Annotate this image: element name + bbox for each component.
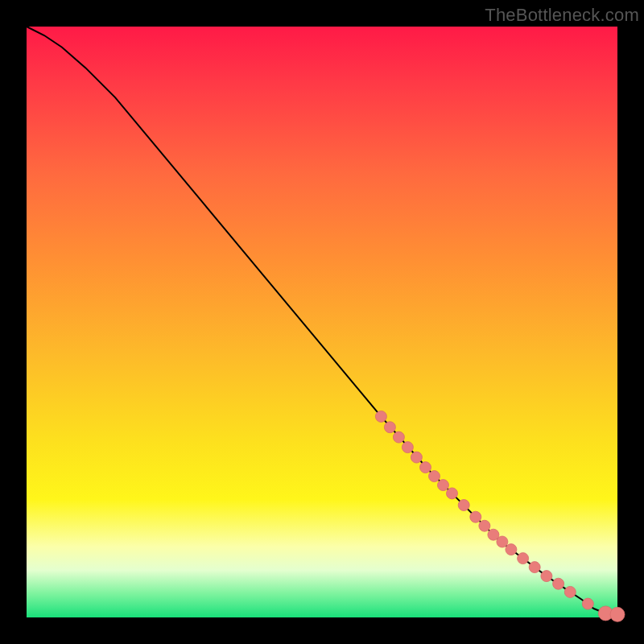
marker-point xyxy=(610,607,625,621)
marker-point xyxy=(438,480,449,491)
marker-point xyxy=(497,536,508,547)
marker-point xyxy=(564,586,576,597)
marker-point xyxy=(375,411,386,422)
bottleneck-curve xyxy=(27,27,617,614)
watermark-text: TheBottleneck.com xyxy=(485,5,639,26)
marker-point xyxy=(518,553,529,564)
marker-point xyxy=(541,571,552,582)
marker-point xyxy=(479,520,490,531)
marker-point xyxy=(470,511,481,522)
chart-svg xyxy=(27,27,617,617)
marker-point xyxy=(384,422,395,433)
marker-point xyxy=(582,598,593,609)
highlight-markers xyxy=(375,411,625,621)
marker-point xyxy=(458,500,469,511)
marker-point xyxy=(420,462,431,473)
chart-stage: TheBottleneck.com xyxy=(0,0,644,644)
marker-point xyxy=(411,452,422,463)
marker-point xyxy=(553,578,564,589)
marker-point xyxy=(429,471,440,482)
marker-point xyxy=(393,431,404,443)
marker-point xyxy=(447,488,458,499)
marker-point xyxy=(529,562,540,573)
marker-point xyxy=(506,544,517,555)
marker-point xyxy=(402,442,413,453)
